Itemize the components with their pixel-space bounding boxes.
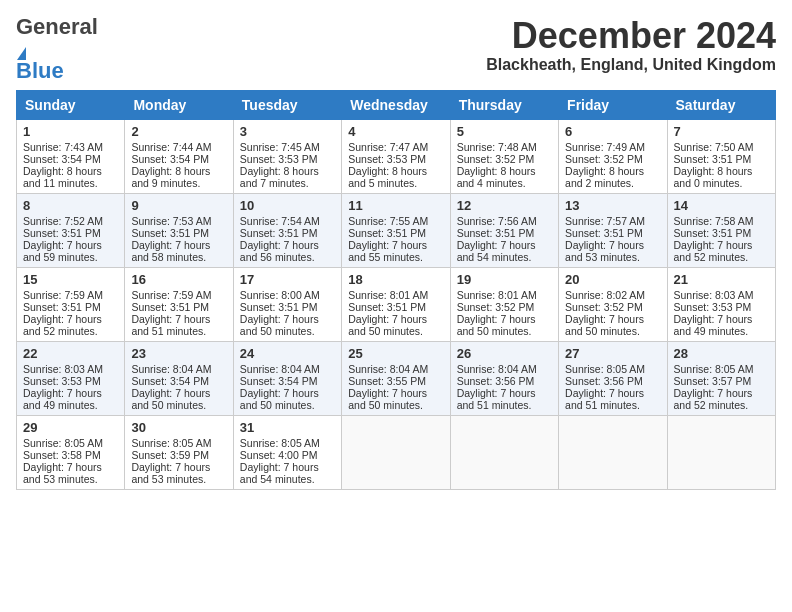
day-info-line: Daylight: 7 hours: [23, 387, 118, 399]
day-info-line: Sunrise: 8:05 AM: [131, 437, 226, 449]
calendar-cell: 12Sunrise: 7:56 AMSunset: 3:51 PMDayligh…: [450, 194, 558, 268]
calendar-cell: 4Sunrise: 7:47 AMSunset: 3:53 PMDaylight…: [342, 120, 450, 194]
day-info-line: Sunset: 3:56 PM: [565, 375, 660, 387]
day-info-line: and 54 minutes.: [457, 251, 552, 263]
day-info-line: and 0 minutes.: [674, 177, 769, 189]
day-info-line: and 52 minutes.: [23, 325, 118, 337]
day-info-line: and 50 minutes.: [240, 399, 335, 411]
day-info-line: Sunrise: 7:57 AM: [565, 215, 660, 227]
calendar-cell: 28Sunrise: 8:05 AMSunset: 3:57 PMDayligh…: [667, 342, 775, 416]
calendar-cell: 21Sunrise: 8:03 AMSunset: 3:53 PMDayligh…: [667, 268, 775, 342]
calendar-cell: [667, 416, 775, 490]
calendar-cell: 6Sunrise: 7:49 AMSunset: 3:52 PMDaylight…: [559, 120, 667, 194]
day-info-line: and 11 minutes.: [23, 177, 118, 189]
day-info-line: Sunrise: 8:04 AM: [348, 363, 443, 375]
day-info-line: Daylight: 7 hours: [565, 239, 660, 251]
day-number: 22: [23, 346, 118, 361]
day-info-line: Sunset: 3:51 PM: [565, 227, 660, 239]
day-info-line: Sunset: 3:58 PM: [23, 449, 118, 461]
day-info-line: Sunset: 3:51 PM: [240, 227, 335, 239]
day-number: 30: [131, 420, 226, 435]
day-info-line: and 7 minutes.: [240, 177, 335, 189]
header-sunday: Sunday: [17, 91, 125, 120]
day-info-line: Daylight: 7 hours: [23, 461, 118, 473]
day-info-line: Daylight: 8 hours: [348, 165, 443, 177]
day-info-line: Sunset: 3:56 PM: [457, 375, 552, 387]
day-info-line: Daylight: 7 hours: [565, 387, 660, 399]
day-info-line: Daylight: 8 hours: [131, 165, 226, 177]
day-info-line: Sunrise: 7:59 AM: [23, 289, 118, 301]
day-info-line: and 53 minutes.: [23, 473, 118, 485]
day-info-line: Sunset: 3:54 PM: [131, 153, 226, 165]
day-info-line: and 50 minutes.: [240, 325, 335, 337]
day-info-line: and 50 minutes.: [457, 325, 552, 337]
day-info-line: Sunrise: 7:58 AM: [674, 215, 769, 227]
day-info-line: Daylight: 7 hours: [348, 239, 443, 251]
day-info-line: Sunrise: 8:01 AM: [457, 289, 552, 301]
day-info-line: Sunrise: 7:48 AM: [457, 141, 552, 153]
day-info-line: Daylight: 7 hours: [131, 461, 226, 473]
logo-general: General: [16, 14, 98, 39]
day-info-line: Sunset: 3:51 PM: [240, 301, 335, 313]
day-info-line: Sunset: 3:52 PM: [457, 301, 552, 313]
day-info-line: and 50 minutes.: [348, 325, 443, 337]
day-info-line: Daylight: 8 hours: [674, 165, 769, 177]
day-number: 13: [565, 198, 660, 213]
day-info-line: Sunrise: 7:59 AM: [131, 289, 226, 301]
day-info-line: Sunset: 3:51 PM: [674, 153, 769, 165]
day-number: 29: [23, 420, 118, 435]
calendar-cell: 1Sunrise: 7:43 AMSunset: 3:54 PMDaylight…: [17, 120, 125, 194]
calendar-cell: 20Sunrise: 8:02 AMSunset: 3:52 PMDayligh…: [559, 268, 667, 342]
day-info-line: Daylight: 7 hours: [240, 387, 335, 399]
calendar-cell: 31Sunrise: 8:05 AMSunset: 4:00 PMDayligh…: [233, 416, 341, 490]
header-saturday: Saturday: [667, 91, 775, 120]
calendar-cell: 29Sunrise: 8:05 AMSunset: 3:58 PMDayligh…: [17, 416, 125, 490]
day-info-line: Sunrise: 8:04 AM: [457, 363, 552, 375]
day-number: 2: [131, 124, 226, 139]
calendar-cell: [450, 416, 558, 490]
day-info-line: and 50 minutes.: [348, 399, 443, 411]
day-info-line: Daylight: 7 hours: [131, 239, 226, 251]
header: General Blue December 2024 Blackheath, E…: [16, 16, 776, 82]
day-info-line: and 58 minutes.: [131, 251, 226, 263]
day-number: 20: [565, 272, 660, 287]
calendar-cell: 22Sunrise: 8:03 AMSunset: 3:53 PMDayligh…: [17, 342, 125, 416]
day-info-line: Sunset: 3:53 PM: [348, 153, 443, 165]
day-info-line: Daylight: 8 hours: [565, 165, 660, 177]
day-info-line: Daylight: 7 hours: [457, 387, 552, 399]
day-info-line: Sunset: 3:51 PM: [348, 301, 443, 313]
day-number: 8: [23, 198, 118, 213]
day-info-line: Sunset: 3:52 PM: [565, 153, 660, 165]
day-info-line: Daylight: 7 hours: [131, 313, 226, 325]
day-info-line: Sunrise: 8:04 AM: [240, 363, 335, 375]
day-info-line: Sunset: 3:51 PM: [131, 227, 226, 239]
day-info-line: Daylight: 7 hours: [457, 239, 552, 251]
day-info-line: Sunrise: 8:05 AM: [674, 363, 769, 375]
day-number: 26: [457, 346, 552, 361]
day-number: 28: [674, 346, 769, 361]
calendar-cell: 14Sunrise: 7:58 AMSunset: 3:51 PMDayligh…: [667, 194, 775, 268]
day-info-line: Daylight: 7 hours: [131, 387, 226, 399]
day-info-line: Sunrise: 8:05 AM: [240, 437, 335, 449]
calendar-cell: 30Sunrise: 8:05 AMSunset: 3:59 PMDayligh…: [125, 416, 233, 490]
day-number: 12: [457, 198, 552, 213]
day-number: 15: [23, 272, 118, 287]
day-info-line: Sunrise: 8:03 AM: [23, 363, 118, 375]
day-info-line: and 9 minutes.: [131, 177, 226, 189]
day-info-line: and 4 minutes.: [457, 177, 552, 189]
day-info-line: Daylight: 7 hours: [674, 313, 769, 325]
day-info-line: Daylight: 8 hours: [457, 165, 552, 177]
day-info-line: and 51 minutes.: [565, 399, 660, 411]
day-info-line: and 49 minutes.: [674, 325, 769, 337]
day-number: 3: [240, 124, 335, 139]
calendar-cell: 27Sunrise: 8:05 AMSunset: 3:56 PMDayligh…: [559, 342, 667, 416]
day-info-line: and 56 minutes.: [240, 251, 335, 263]
day-info-line: Sunset: 3:54 PM: [23, 153, 118, 165]
calendar-cell: 19Sunrise: 8:01 AMSunset: 3:52 PMDayligh…: [450, 268, 558, 342]
calendar-cell: 7Sunrise: 7:50 AMSunset: 3:51 PMDaylight…: [667, 120, 775, 194]
day-info-line: Sunset: 3:53 PM: [674, 301, 769, 313]
calendar-cell: 25Sunrise: 8:04 AMSunset: 3:55 PMDayligh…: [342, 342, 450, 416]
calendar-cell: 2Sunrise: 7:44 AMSunset: 3:54 PMDaylight…: [125, 120, 233, 194]
day-number: 16: [131, 272, 226, 287]
day-number: 19: [457, 272, 552, 287]
